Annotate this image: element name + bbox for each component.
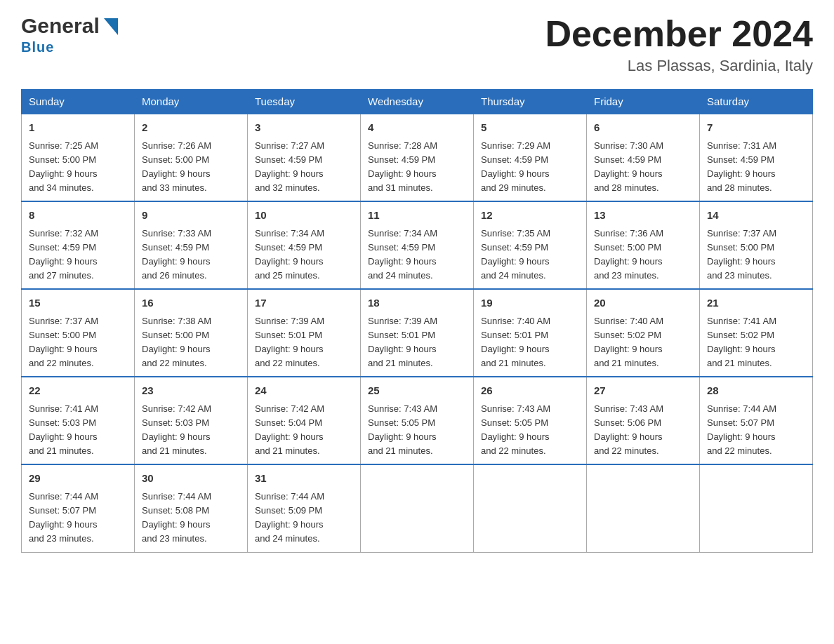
day-info: Sunrise: 7:26 AM Sunset: 5:00 PM Dayligh… xyxy=(142,139,240,196)
calendar-cell: 30Sunrise: 7:44 AM Sunset: 5:08 PM Dayli… xyxy=(135,464,248,552)
day-info: Sunrise: 7:41 AM Sunset: 5:03 PM Dayligh… xyxy=(29,402,127,459)
calendar-cell: 1Sunrise: 7:25 AM Sunset: 5:00 PM Daylig… xyxy=(22,114,135,201)
calendar-cell xyxy=(361,464,474,552)
weekday-header-sunday: Sunday xyxy=(22,90,135,114)
weekday-header-tuesday: Tuesday xyxy=(248,90,361,114)
day-number: 3 xyxy=(255,120,353,136)
calendar-cell: 25Sunrise: 7:43 AM Sunset: 5:05 PM Dayli… xyxy=(361,377,474,464)
weekday-header-friday: Friday xyxy=(587,90,700,114)
day-number: 7 xyxy=(707,120,805,136)
day-info: Sunrise: 7:43 AM Sunset: 5:05 PM Dayligh… xyxy=(368,402,466,459)
calendar-cell: 9Sunrise: 7:33 AM Sunset: 4:59 PM Daylig… xyxy=(135,201,248,289)
day-info: Sunrise: 7:29 AM Sunset: 4:59 PM Dayligh… xyxy=(481,139,579,196)
day-info: Sunrise: 7:44 AM Sunset: 5:09 PM Dayligh… xyxy=(255,490,353,546)
calendar-table: SundayMondayTuesdayWednesdayThursdayFrid… xyxy=(21,89,813,552)
day-info: Sunrise: 7:35 AM Sunset: 4:59 PM Dayligh… xyxy=(481,227,579,283)
day-number: 20 xyxy=(594,295,692,311)
day-number: 23 xyxy=(142,383,240,399)
day-info: Sunrise: 7:44 AM Sunset: 5:07 PM Dayligh… xyxy=(29,490,127,546)
day-info: Sunrise: 7:41 AM Sunset: 5:02 PM Dayligh… xyxy=(707,314,805,371)
day-number: 18 xyxy=(368,295,466,311)
day-number: 1 xyxy=(29,120,127,136)
location-subtitle: Las Plassas, Sardinia, Italy xyxy=(545,57,813,75)
calendar-cell: 8Sunrise: 7:32 AM Sunset: 4:59 PM Daylig… xyxy=(22,201,135,289)
calendar-cell: 7Sunrise: 7:31 AM Sunset: 4:59 PM Daylig… xyxy=(700,114,813,201)
calendar-cell xyxy=(474,464,587,552)
day-info: Sunrise: 7:37 AM Sunset: 5:00 PM Dayligh… xyxy=(707,227,805,283)
day-number: 13 xyxy=(594,208,692,224)
day-info: Sunrise: 7:32 AM Sunset: 4:59 PM Dayligh… xyxy=(29,227,127,283)
weekday-header-saturday: Saturday xyxy=(700,90,813,114)
day-number: 4 xyxy=(368,120,466,136)
day-number: 28 xyxy=(707,383,805,399)
day-info: Sunrise: 7:36 AM Sunset: 5:00 PM Dayligh… xyxy=(594,227,692,283)
title-area: December 2024 Las Plassas, Sardinia, Ita… xyxy=(545,14,813,75)
weekday-header-monday: Monday xyxy=(135,90,248,114)
day-number: 6 xyxy=(594,120,692,136)
calendar-cell: 11Sunrise: 7:34 AM Sunset: 4:59 PM Dayli… xyxy=(361,201,474,289)
calendar-cell: 4Sunrise: 7:28 AM Sunset: 4:59 PM Daylig… xyxy=(361,114,474,201)
month-title: December 2024 xyxy=(545,14,813,54)
day-number: 31 xyxy=(255,471,353,487)
day-number: 5 xyxy=(481,120,579,136)
day-info: Sunrise: 7:44 AM Sunset: 5:07 PM Dayligh… xyxy=(707,402,805,459)
calendar-cell: 16Sunrise: 7:38 AM Sunset: 5:00 PM Dayli… xyxy=(135,289,248,377)
day-info: Sunrise: 7:25 AM Sunset: 5:00 PM Dayligh… xyxy=(29,139,127,196)
day-info: Sunrise: 7:40 AM Sunset: 5:01 PM Dayligh… xyxy=(481,314,579,371)
logo-blue-text: Blue xyxy=(21,39,54,55)
day-info: Sunrise: 7:39 AM Sunset: 5:01 PM Dayligh… xyxy=(368,314,466,371)
day-info: Sunrise: 7:33 AM Sunset: 4:59 PM Dayligh… xyxy=(142,227,240,283)
day-number: 21 xyxy=(707,295,805,311)
weekday-header-wednesday: Wednesday xyxy=(361,90,474,114)
day-number: 22 xyxy=(29,383,127,399)
calendar-cell: 26Sunrise: 7:43 AM Sunset: 5:05 PM Dayli… xyxy=(474,377,587,464)
calendar-cell: 3Sunrise: 7:27 AM Sunset: 4:59 PM Daylig… xyxy=(248,114,361,201)
day-number: 15 xyxy=(29,295,127,311)
calendar-cell: 24Sunrise: 7:42 AM Sunset: 5:04 PM Dayli… xyxy=(248,377,361,464)
day-info: Sunrise: 7:38 AM Sunset: 5:00 PM Dayligh… xyxy=(142,314,240,371)
day-info: Sunrise: 7:43 AM Sunset: 5:06 PM Dayligh… xyxy=(594,402,692,459)
weekday-header-row: SundayMondayTuesdayWednesdayThursdayFrid… xyxy=(22,90,813,114)
day-number: 14 xyxy=(707,208,805,224)
calendar-cell: 29Sunrise: 7:44 AM Sunset: 5:07 PM Dayli… xyxy=(22,464,135,552)
day-number: 30 xyxy=(142,471,240,487)
day-info: Sunrise: 7:37 AM Sunset: 5:00 PM Dayligh… xyxy=(29,314,127,371)
page-header: General Blue December 2024 Las Plassas, … xyxy=(21,14,813,75)
day-info: Sunrise: 7:44 AM Sunset: 5:08 PM Dayligh… xyxy=(142,490,240,546)
calendar-cell: 13Sunrise: 7:36 AM Sunset: 5:00 PM Dayli… xyxy=(587,201,700,289)
calendar-cell: 12Sunrise: 7:35 AM Sunset: 4:59 PM Dayli… xyxy=(474,201,587,289)
calendar-cell: 31Sunrise: 7:44 AM Sunset: 5:09 PM Dayli… xyxy=(248,464,361,552)
day-info: Sunrise: 7:42 AM Sunset: 5:04 PM Dayligh… xyxy=(255,402,353,459)
logo: General Blue xyxy=(21,14,121,55)
calendar-cell: 17Sunrise: 7:39 AM Sunset: 5:01 PM Dayli… xyxy=(248,289,361,377)
day-number: 25 xyxy=(368,383,466,399)
calendar-cell: 20Sunrise: 7:40 AM Sunset: 5:02 PM Dayli… xyxy=(587,289,700,377)
calendar-cell: 5Sunrise: 7:29 AM Sunset: 4:59 PM Daylig… xyxy=(474,114,587,201)
week-row-4: 22Sunrise: 7:41 AM Sunset: 5:03 PM Dayli… xyxy=(22,377,813,464)
calendar-cell: 27Sunrise: 7:43 AM Sunset: 5:06 PM Dayli… xyxy=(587,377,700,464)
day-info: Sunrise: 7:31 AM Sunset: 4:59 PM Dayligh… xyxy=(707,139,805,196)
day-info: Sunrise: 7:34 AM Sunset: 4:59 PM Dayligh… xyxy=(255,227,353,283)
calendar-cell: 6Sunrise: 7:30 AM Sunset: 4:59 PM Daylig… xyxy=(587,114,700,201)
day-info: Sunrise: 7:42 AM Sunset: 5:03 PM Dayligh… xyxy=(142,402,240,459)
calendar-cell xyxy=(700,464,813,552)
day-info: Sunrise: 7:39 AM Sunset: 5:01 PM Dayligh… xyxy=(255,314,353,371)
weekday-header-thursday: Thursday xyxy=(474,90,587,114)
day-number: 9 xyxy=(142,208,240,224)
day-number: 11 xyxy=(368,208,466,224)
day-info: Sunrise: 7:34 AM Sunset: 4:59 PM Dayligh… xyxy=(368,227,466,283)
day-number: 10 xyxy=(255,208,353,224)
day-number: 19 xyxy=(481,295,579,311)
calendar-cell: 14Sunrise: 7:37 AM Sunset: 5:00 PM Dayli… xyxy=(700,201,813,289)
day-number: 17 xyxy=(255,295,353,311)
week-row-1: 1Sunrise: 7:25 AM Sunset: 5:00 PM Daylig… xyxy=(22,114,813,201)
logo-general-text: General xyxy=(21,14,100,38)
day-number: 29 xyxy=(29,471,127,487)
day-number: 24 xyxy=(255,383,353,399)
day-number: 26 xyxy=(481,383,579,399)
day-info: Sunrise: 7:43 AM Sunset: 5:05 PM Dayligh… xyxy=(481,402,579,459)
calendar-cell: 18Sunrise: 7:39 AM Sunset: 5:01 PM Dayli… xyxy=(361,289,474,377)
calendar-cell: 23Sunrise: 7:42 AM Sunset: 5:03 PM Dayli… xyxy=(135,377,248,464)
day-number: 2 xyxy=(142,120,240,136)
day-number: 8 xyxy=(29,208,127,224)
